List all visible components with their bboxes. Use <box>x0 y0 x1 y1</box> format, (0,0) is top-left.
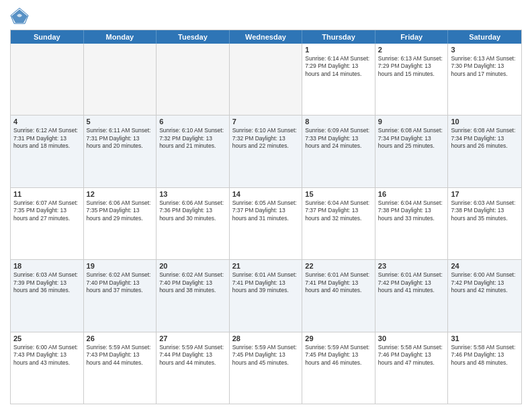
cell-info: Sunrise: 6:11 AM Sunset: 7:31 PM Dayligh… <box>87 127 154 150</box>
day-number: 8 <box>305 118 372 126</box>
calendar-cell-18: 18Sunrise: 6:03 AM Sunset: 7:39 PM Dayli… <box>11 260 84 331</box>
cell-info: Sunrise: 6:01 AM Sunset: 7:42 PM Dayligh… <box>378 271 445 294</box>
day-header-monday: Monday <box>84 30 157 44</box>
calendar-cell-1: 1Sunrise: 6:14 AM Sunset: 7:29 PM Daylig… <box>302 44 375 115</box>
calendar-cell-19: 19Sunrise: 6:02 AM Sunset: 7:40 PM Dayli… <box>84 260 157 331</box>
calendar-cell-11: 11Sunrise: 6:07 AM Sunset: 7:35 PM Dayli… <box>11 188 84 259</box>
day-header-tuesday: Tuesday <box>157 30 230 44</box>
cell-info: Sunrise: 6:04 AM Sunset: 7:38 PM Dayligh… <box>378 199 445 222</box>
calendar-row-3: 18Sunrise: 6:03 AM Sunset: 7:39 PM Dayli… <box>11 260 521 332</box>
cell-info: Sunrise: 6:13 AM Sunset: 7:30 PM Dayligh… <box>451 55 519 78</box>
cell-info: Sunrise: 6:04 AM Sunset: 7:37 PM Dayligh… <box>305 199 372 222</box>
calendar-cell-31: 31Sunrise: 5:58 AM Sunset: 7:46 PM Dayli… <box>448 332 521 404</box>
calendar-cell-empty-0-3 <box>230 44 303 115</box>
logo <box>10 7 32 26</box>
calendar-cell-30: 30Sunrise: 5:58 AM Sunset: 7:46 PM Dayli… <box>375 332 449 404</box>
day-number: 7 <box>232 118 300 126</box>
calendar-cell-5: 5Sunrise: 6:11 AM Sunset: 7:31 PM Daylig… <box>84 116 157 187</box>
calendar-cell-23: 23Sunrise: 6:01 AM Sunset: 7:42 PM Dayli… <box>375 260 449 331</box>
day-number: 11 <box>13 190 81 198</box>
day-number: 10 <box>451 118 519 126</box>
day-number: 16 <box>378 190 445 198</box>
day-number: 28 <box>232 334 300 342</box>
cell-info: Sunrise: 6:06 AM Sunset: 7:36 PM Dayligh… <box>159 199 226 222</box>
calendar-cell-empty-0-0 <box>11 44 84 115</box>
header <box>10 7 522 26</box>
calendar-cell-12: 12Sunrise: 6:06 AM Sunset: 7:35 PM Dayli… <box>84 188 157 259</box>
calendar-body: 1Sunrise: 6:14 AM Sunset: 7:29 PM Daylig… <box>11 44 521 404</box>
calendar-cell-13: 13Sunrise: 6:06 AM Sunset: 7:36 PM Dayli… <box>157 188 230 259</box>
day-number: 15 <box>305 190 372 198</box>
cell-info: Sunrise: 5:59 AM Sunset: 7:45 PM Dayligh… <box>305 344 372 367</box>
cell-info: Sunrise: 5:59 AM Sunset: 7:45 PM Dayligh… <box>232 344 300 367</box>
cell-info: Sunrise: 6:01 AM Sunset: 7:41 PM Dayligh… <box>232 271 300 294</box>
calendar-cell-3: 3Sunrise: 6:13 AM Sunset: 7:30 PM Daylig… <box>448 44 521 115</box>
page: SundayMondayTuesdayWednesdayThursdayFrid… <box>0 0 532 411</box>
cell-info: Sunrise: 5:59 AM Sunset: 7:43 PM Dayligh… <box>87 344 154 367</box>
cell-info: Sunrise: 6:13 AM Sunset: 7:29 PM Dayligh… <box>378 55 445 78</box>
day-number: 6 <box>159 118 226 126</box>
day-number: 2 <box>378 46 445 54</box>
cell-info: Sunrise: 6:02 AM Sunset: 7:40 PM Dayligh… <box>87 271 154 294</box>
day-header-wednesday: Wednesday <box>230 30 303 44</box>
cell-info: Sunrise: 6:14 AM Sunset: 7:29 PM Dayligh… <box>305 55 372 78</box>
day-number: 31 <box>451 334 519 342</box>
day-number: 27 <box>159 334 226 342</box>
cell-info: Sunrise: 5:58 AM Sunset: 7:46 PM Dayligh… <box>378 344 445 367</box>
calendar-cell-29: 29Sunrise: 5:59 AM Sunset: 7:45 PM Dayli… <box>302 332 375 404</box>
day-number: 24 <box>451 262 519 270</box>
day-number: 5 <box>87 118 154 126</box>
calendar-row-1: 4Sunrise: 6:12 AM Sunset: 7:31 PM Daylig… <box>11 116 521 187</box>
calendar-row-0: 1Sunrise: 6:14 AM Sunset: 7:29 PM Daylig… <box>11 44 521 116</box>
calendar-row-4: 25Sunrise: 6:00 AM Sunset: 7:43 PM Dayli… <box>11 332 521 404</box>
day-number: 18 <box>13 262 81 270</box>
cell-info: Sunrise: 6:05 AM Sunset: 7:37 PM Dayligh… <box>232 199 300 222</box>
day-header-thursday: Thursday <box>302 30 375 44</box>
calendar-cell-empty-0-2 <box>157 44 230 115</box>
calendar-cell-15: 15Sunrise: 6:04 AM Sunset: 7:37 PM Dayli… <box>302 188 375 259</box>
calendar-cell-22: 22Sunrise: 6:01 AM Sunset: 7:41 PM Dayli… <box>302 260 375 331</box>
calendar-cell-16: 16Sunrise: 6:04 AM Sunset: 7:38 PM Dayli… <box>375 188 449 259</box>
logo-icon <box>10 7 29 26</box>
day-number: 17 <box>451 190 519 198</box>
day-number: 25 <box>13 334 81 342</box>
calendar-cell-21: 21Sunrise: 6:01 AM Sunset: 7:41 PM Dayli… <box>230 260 303 331</box>
day-number: 12 <box>87 190 154 198</box>
day-number: 4 <box>13 118 81 126</box>
calendar-row-2: 11Sunrise: 6:07 AM Sunset: 7:35 PM Dayli… <box>11 188 521 260</box>
day-number: 29 <box>305 334 372 342</box>
calendar-cell-9: 9Sunrise: 6:08 AM Sunset: 7:34 PM Daylig… <box>375 116 449 187</box>
calendar-cell-26: 26Sunrise: 5:59 AM Sunset: 7:43 PM Dayli… <box>84 332 157 404</box>
calendar-cell-2: 2Sunrise: 6:13 AM Sunset: 7:29 PM Daylig… <box>375 44 449 115</box>
calendar-cell-4: 4Sunrise: 6:12 AM Sunset: 7:31 PM Daylig… <box>11 116 84 187</box>
day-number: 13 <box>159 190 226 198</box>
calendar-cell-28: 28Sunrise: 5:59 AM Sunset: 7:45 PM Dayli… <box>230 332 303 404</box>
calendar-cell-8: 8Sunrise: 6:09 AM Sunset: 7:33 PM Daylig… <box>302 116 375 187</box>
calendar-cell-14: 14Sunrise: 6:05 AM Sunset: 7:37 PM Dayli… <box>230 188 303 259</box>
calendar-cell-empty-0-1 <box>84 44 157 115</box>
day-number: 9 <box>378 118 445 126</box>
cell-info: Sunrise: 6:00 AM Sunset: 7:42 PM Dayligh… <box>451 271 519 294</box>
cell-info: Sunrise: 5:59 AM Sunset: 7:44 PM Dayligh… <box>159 344 226 367</box>
cell-info: Sunrise: 6:02 AM Sunset: 7:40 PM Dayligh… <box>159 271 226 294</box>
cell-info: Sunrise: 6:08 AM Sunset: 7:34 PM Dayligh… <box>378 127 445 150</box>
calendar-cell-27: 27Sunrise: 5:59 AM Sunset: 7:44 PM Dayli… <box>157 332 230 404</box>
day-number: 21 <box>232 262 300 270</box>
day-number: 19 <box>87 262 154 270</box>
cell-info: Sunrise: 6:12 AM Sunset: 7:31 PM Dayligh… <box>13 127 81 150</box>
calendar-cell-17: 17Sunrise: 6:03 AM Sunset: 7:38 PM Dayli… <box>448 188 521 259</box>
calendar-header: SundayMondayTuesdayWednesdayThursdayFrid… <box>11 30 521 44</box>
day-number: 23 <box>378 262 445 270</box>
cell-info: Sunrise: 6:01 AM Sunset: 7:41 PM Dayligh… <box>305 271 372 294</box>
day-header-saturday: Saturday <box>448 30 521 44</box>
calendar: SundayMondayTuesdayWednesdayThursdayFrid… <box>10 30 522 404</box>
day-header-friday: Friday <box>375 30 449 44</box>
day-number: 1 <box>305 46 372 54</box>
day-header-sunday: Sunday <box>11 30 84 44</box>
day-number: 22 <box>305 262 372 270</box>
cell-info: Sunrise: 5:58 AM Sunset: 7:46 PM Dayligh… <box>451 344 519 367</box>
calendar-cell-25: 25Sunrise: 6:00 AM Sunset: 7:43 PM Dayli… <box>11 332 84 404</box>
cell-info: Sunrise: 6:03 AM Sunset: 7:39 PM Dayligh… <box>13 271 81 294</box>
calendar-cell-10: 10Sunrise: 6:08 AM Sunset: 7:34 PM Dayli… <box>448 116 521 187</box>
cell-info: Sunrise: 6:06 AM Sunset: 7:35 PM Dayligh… <box>87 199 154 222</box>
